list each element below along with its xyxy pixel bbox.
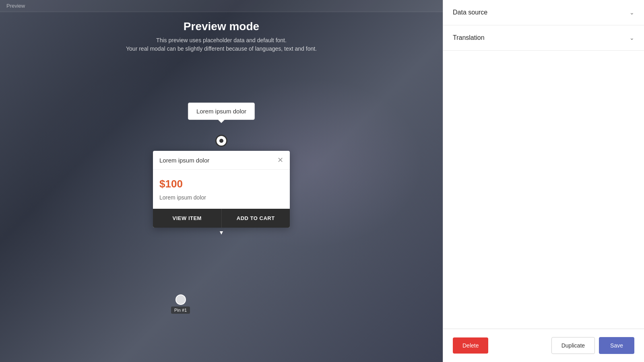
preview-header: Preview mode This preview uses placehold…: [0, 12, 443, 61]
translation-section: Translation ⌄: [443, 25, 644, 51]
preview-title: Preview mode: [8, 20, 435, 33]
data-source-header[interactable]: Data source ⌄: [443, 0, 644, 25]
view-item-button[interactable]: VIEW ITEM: [153, 209, 222, 228]
save-button[interactable]: Save: [599, 337, 634, 354]
translation-chevron-icon: ⌄: [630, 35, 634, 41]
data-source-title: Data source: [453, 9, 487, 16]
modal-header: Lorem ipsum dolor ✕: [153, 151, 290, 170]
product-modal: Lorem ipsum dolor ✕ $100 Lorem ipsum dol…: [153, 151, 290, 228]
modal-actions: VIEW ITEM ADD TO CART: [153, 209, 290, 228]
modal-title: Lorem ipsum dolor: [159, 157, 209, 164]
modal-arrow-down: ▼: [219, 229, 224, 236]
sidebar-footer: Delete Duplicate Save: [443, 329, 644, 362]
add-to-cart-button[interactable]: ADD TO CART: [222, 209, 290, 228]
tooltip-text: Lorem ipsum dolor: [196, 108, 246, 115]
modal-price: $100: [159, 178, 283, 190]
sidebar: Data source ⌄ Translation ⌄ Delete Dupli…: [443, 0, 644, 362]
pin-bottom-dot: [175, 294, 186, 305]
pin-bottom[interactable]: Pin #1: [171, 294, 190, 314]
pin-dot-inner: [219, 139, 223, 143]
tooltip-bubble: Lorem ipsum dolor: [188, 103, 255, 120]
translation-header[interactable]: Translation ⌄: [443, 25, 644, 50]
translation-title: Translation: [453, 34, 485, 41]
modal-close-button[interactable]: ✕: [277, 156, 283, 164]
modal-body: $100 Lorem ipsum dolor: [153, 170, 290, 209]
modal-description: Lorem ipsum dolor: [159, 194, 283, 201]
preview-subtitle-line2: Your real modal can be slightly differen…: [8, 45, 435, 53]
preview-area: Preview Preview mode This preview uses p…: [0, 0, 443, 362]
footer-right-actions: Duplicate Save: [551, 337, 634, 354]
data-source-section: Data source ⌄: [443, 0, 644, 25]
preview-subtitle-line1: This preview uses placeholder data and d…: [8, 36, 435, 45]
data-source-chevron-icon: ⌄: [630, 9, 634, 16]
duplicate-button[interactable]: Duplicate: [551, 337, 595, 354]
pin-bottom-label: Pin #1: [171, 306, 190, 314]
delete-button[interactable]: Delete: [453, 337, 488, 354]
top-bar: Preview: [0, 0, 443, 12]
pin-dot[interactable]: [215, 135, 227, 147]
sidebar-content: Data source ⌄ Translation ⌄: [443, 0, 644, 329]
top-bar-label: Preview: [6, 3, 25, 9]
